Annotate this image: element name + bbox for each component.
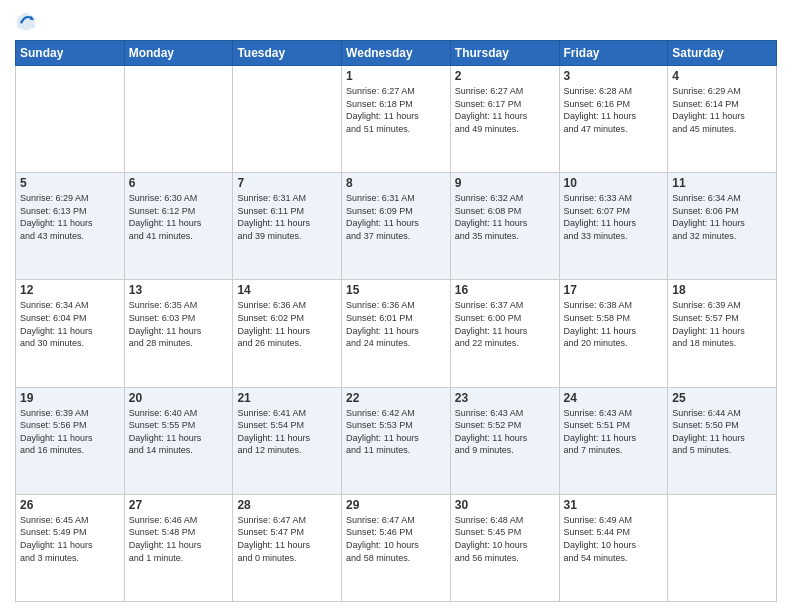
day-number: 12 (20, 283, 120, 297)
calendar-day-14: 14Sunrise: 6:36 AM Sunset: 6:02 PM Dayli… (233, 280, 342, 387)
day-info: Sunrise: 6:33 AM Sunset: 6:07 PM Dayligh… (564, 192, 664, 242)
day-number: 5 (20, 176, 120, 190)
calendar-day-24: 24Sunrise: 6:43 AM Sunset: 5:51 PM Dayli… (559, 387, 668, 494)
calendar-day-12: 12Sunrise: 6:34 AM Sunset: 6:04 PM Dayli… (16, 280, 125, 387)
calendar-week-row: 5Sunrise: 6:29 AM Sunset: 6:13 PM Daylig… (16, 173, 777, 280)
day-info: Sunrise: 6:48 AM Sunset: 5:45 PM Dayligh… (455, 514, 555, 564)
day-number: 13 (129, 283, 229, 297)
day-number: 10 (564, 176, 664, 190)
day-info: Sunrise: 6:43 AM Sunset: 5:51 PM Dayligh… (564, 407, 664, 457)
day-info: Sunrise: 6:27 AM Sunset: 6:17 PM Dayligh… (455, 85, 555, 135)
day-info: Sunrise: 6:37 AM Sunset: 6:00 PM Dayligh… (455, 299, 555, 349)
day-info: Sunrise: 6:30 AM Sunset: 6:12 PM Dayligh… (129, 192, 229, 242)
day-number: 20 (129, 391, 229, 405)
day-info: Sunrise: 6:49 AM Sunset: 5:44 PM Dayligh… (564, 514, 664, 564)
day-number: 14 (237, 283, 337, 297)
calendar-week-row: 26Sunrise: 6:45 AM Sunset: 5:49 PM Dayli… (16, 494, 777, 601)
day-number: 23 (455, 391, 555, 405)
calendar-day-26: 26Sunrise: 6:45 AM Sunset: 5:49 PM Dayli… (16, 494, 125, 601)
header (15, 10, 777, 32)
day-number: 27 (129, 498, 229, 512)
calendar-day-23: 23Sunrise: 6:43 AM Sunset: 5:52 PM Dayli… (450, 387, 559, 494)
calendar-day-4: 4Sunrise: 6:29 AM Sunset: 6:14 PM Daylig… (668, 66, 777, 173)
day-info: Sunrise: 6:34 AM Sunset: 6:06 PM Dayligh… (672, 192, 772, 242)
calendar-day-10: 10Sunrise: 6:33 AM Sunset: 6:07 PM Dayli… (559, 173, 668, 280)
day-info: Sunrise: 6:38 AM Sunset: 5:58 PM Dayligh… (564, 299, 664, 349)
calendar-week-row: 12Sunrise: 6:34 AM Sunset: 6:04 PM Dayli… (16, 280, 777, 387)
day-info: Sunrise: 6:44 AM Sunset: 5:50 PM Dayligh… (672, 407, 772, 457)
calendar-day-19: 19Sunrise: 6:39 AM Sunset: 5:56 PM Dayli… (16, 387, 125, 494)
weekday-header-monday: Monday (124, 41, 233, 66)
day-info: Sunrise: 6:43 AM Sunset: 5:52 PM Dayligh… (455, 407, 555, 457)
day-info: Sunrise: 6:28 AM Sunset: 6:16 PM Dayligh… (564, 85, 664, 135)
calendar-day-6: 6Sunrise: 6:30 AM Sunset: 6:12 PM Daylig… (124, 173, 233, 280)
weekday-header-row: SundayMondayTuesdayWednesdayThursdayFrid… (16, 41, 777, 66)
day-number: 11 (672, 176, 772, 190)
calendar-day-16: 16Sunrise: 6:37 AM Sunset: 6:00 PM Dayli… (450, 280, 559, 387)
calendar-day-11: 11Sunrise: 6:34 AM Sunset: 6:06 PM Dayli… (668, 173, 777, 280)
day-info: Sunrise: 6:40 AM Sunset: 5:55 PM Dayligh… (129, 407, 229, 457)
day-number: 30 (455, 498, 555, 512)
calendar-day-7: 7Sunrise: 6:31 AM Sunset: 6:11 PM Daylig… (233, 173, 342, 280)
day-info: Sunrise: 6:35 AM Sunset: 6:03 PM Dayligh… (129, 299, 229, 349)
calendar-week-row: 19Sunrise: 6:39 AM Sunset: 5:56 PM Dayli… (16, 387, 777, 494)
calendar-day-17: 17Sunrise: 6:38 AM Sunset: 5:58 PM Dayli… (559, 280, 668, 387)
calendar-empty-cell (233, 66, 342, 173)
weekday-header-sunday: Sunday (16, 41, 125, 66)
day-info: Sunrise: 6:32 AM Sunset: 6:08 PM Dayligh… (455, 192, 555, 242)
day-info: Sunrise: 6:29 AM Sunset: 6:13 PM Dayligh… (20, 192, 120, 242)
day-info: Sunrise: 6:45 AM Sunset: 5:49 PM Dayligh… (20, 514, 120, 564)
day-info: Sunrise: 6:41 AM Sunset: 5:54 PM Dayligh… (237, 407, 337, 457)
calendar-day-18: 18Sunrise: 6:39 AM Sunset: 5:57 PM Dayli… (668, 280, 777, 387)
calendar-day-21: 21Sunrise: 6:41 AM Sunset: 5:54 PM Dayli… (233, 387, 342, 494)
day-number: 26 (20, 498, 120, 512)
weekday-header-wednesday: Wednesday (342, 41, 451, 66)
day-info: Sunrise: 6:42 AM Sunset: 5:53 PM Dayligh… (346, 407, 446, 457)
day-number: 21 (237, 391, 337, 405)
day-info: Sunrise: 6:36 AM Sunset: 6:01 PM Dayligh… (346, 299, 446, 349)
day-info: Sunrise: 6:29 AM Sunset: 6:14 PM Dayligh… (672, 85, 772, 135)
day-number: 24 (564, 391, 664, 405)
calendar-day-30: 30Sunrise: 6:48 AM Sunset: 5:45 PM Dayli… (450, 494, 559, 601)
weekday-header-saturday: Saturday (668, 41, 777, 66)
day-number: 6 (129, 176, 229, 190)
svg-marker-0 (17, 12, 35, 30)
logo (15, 10, 40, 32)
calendar-day-8: 8Sunrise: 6:31 AM Sunset: 6:09 PM Daylig… (342, 173, 451, 280)
day-info: Sunrise: 6:39 AM Sunset: 5:57 PM Dayligh… (672, 299, 772, 349)
calendar-day-3: 3Sunrise: 6:28 AM Sunset: 6:16 PM Daylig… (559, 66, 668, 173)
day-number: 18 (672, 283, 772, 297)
weekday-header-friday: Friday (559, 41, 668, 66)
weekday-header-thursday: Thursday (450, 41, 559, 66)
calendar-day-9: 9Sunrise: 6:32 AM Sunset: 6:08 PM Daylig… (450, 173, 559, 280)
day-number: 7 (237, 176, 337, 190)
logo-icon (15, 10, 37, 32)
calendar-day-25: 25Sunrise: 6:44 AM Sunset: 5:50 PM Dayli… (668, 387, 777, 494)
day-number: 8 (346, 176, 446, 190)
day-info: Sunrise: 6:27 AM Sunset: 6:18 PM Dayligh… (346, 85, 446, 135)
day-info: Sunrise: 6:39 AM Sunset: 5:56 PM Dayligh… (20, 407, 120, 457)
day-number: 22 (346, 391, 446, 405)
calendar-day-20: 20Sunrise: 6:40 AM Sunset: 5:55 PM Dayli… (124, 387, 233, 494)
page: SundayMondayTuesdayWednesdayThursdayFrid… (0, 0, 792, 612)
calendar-day-15: 15Sunrise: 6:36 AM Sunset: 6:01 PM Dayli… (342, 280, 451, 387)
calendar-day-28: 28Sunrise: 6:47 AM Sunset: 5:47 PM Dayli… (233, 494, 342, 601)
weekday-header-tuesday: Tuesday (233, 41, 342, 66)
calendar-day-31: 31Sunrise: 6:49 AM Sunset: 5:44 PM Dayli… (559, 494, 668, 601)
day-number: 19 (20, 391, 120, 405)
calendar-table: SundayMondayTuesdayWednesdayThursdayFrid… (15, 40, 777, 602)
calendar-empty-cell (668, 494, 777, 601)
day-info: Sunrise: 6:36 AM Sunset: 6:02 PM Dayligh… (237, 299, 337, 349)
day-number: 16 (455, 283, 555, 297)
day-info: Sunrise: 6:46 AM Sunset: 5:48 PM Dayligh… (129, 514, 229, 564)
day-number: 29 (346, 498, 446, 512)
calendar-day-29: 29Sunrise: 6:47 AM Sunset: 5:46 PM Dayli… (342, 494, 451, 601)
day-number: 1 (346, 69, 446, 83)
calendar-week-row: 1Sunrise: 6:27 AM Sunset: 6:18 PM Daylig… (16, 66, 777, 173)
calendar-day-5: 5Sunrise: 6:29 AM Sunset: 6:13 PM Daylig… (16, 173, 125, 280)
calendar-day-13: 13Sunrise: 6:35 AM Sunset: 6:03 PM Dayli… (124, 280, 233, 387)
day-number: 3 (564, 69, 664, 83)
day-info: Sunrise: 6:31 AM Sunset: 6:09 PM Dayligh… (346, 192, 446, 242)
day-info: Sunrise: 6:34 AM Sunset: 6:04 PM Dayligh… (20, 299, 120, 349)
day-number: 25 (672, 391, 772, 405)
